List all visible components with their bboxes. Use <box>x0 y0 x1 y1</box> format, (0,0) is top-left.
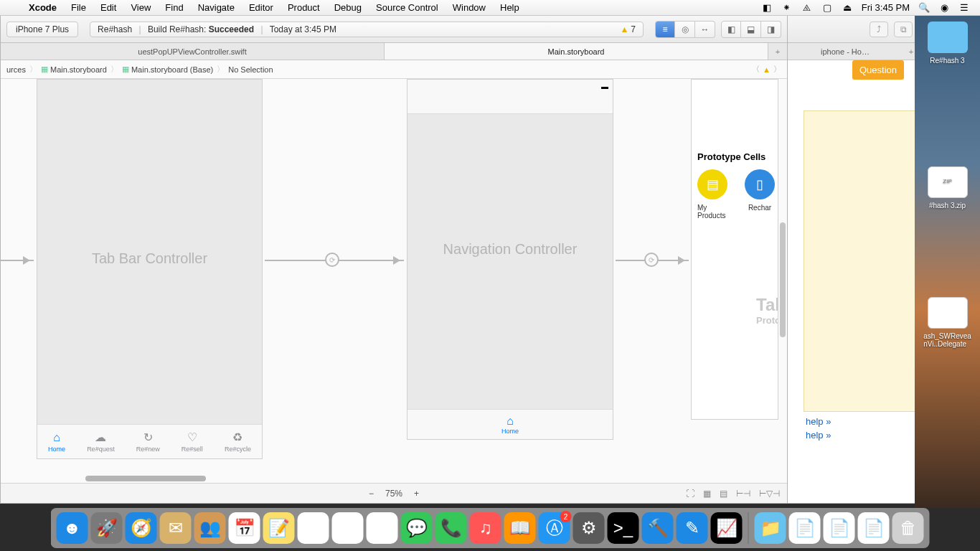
segue-arrow[interactable]: ⟳ <box>265 260 404 261</box>
dock-app[interactable]: 🗺 <box>367 512 398 544</box>
menu-view[interactable]: View <box>123 2 158 13</box>
desktop-item[interactable]: ash_SWRevea nVi..Delegate <box>918 297 978 348</box>
assistant-editor-button[interactable]: ◎ <box>675 21 695 38</box>
horizontal-scrollbar[interactable] <box>85 476 206 481</box>
dock-app[interactable]: 📝 <box>263 512 295 544</box>
dock-app[interactable]: ♫ <box>470 512 501 544</box>
editor-tab[interactable]: Main.storyboard <box>385 43 768 60</box>
forward-icon[interactable]: 〉 <box>773 64 781 75</box>
share-icon[interactable]: ⤴ <box>870 22 888 37</box>
dock-app[interactable]: >_ <box>608 512 639 544</box>
siri-icon[interactable]: ◉ <box>938 2 950 13</box>
scheme-selector[interactable]: iPhone 7 Plus <box>6 22 78 37</box>
dock-item[interactable]: 📄 <box>858 512 890 544</box>
dock-app[interactable]: 📞 <box>435 512 467 544</box>
view-controller-scene[interactable]: Prototype Cells ▤My Products ▯Rechar Tab… <box>691 79 778 420</box>
editor-tab[interactable]: uestPopUPViewController.swift <box>1 43 385 60</box>
safari-window[interactable]: ⤴ ⧉ iphone - Ho… + Question help » help … <box>786 16 919 504</box>
menu-product[interactable]: Product <box>281 2 327 13</box>
right-panel-toggle[interactable]: ◨ <box>761 21 781 38</box>
canvas-tool-icon[interactable]: ▤ <box>720 489 727 499</box>
dock-app[interactable]: 👥 <box>194 512 226 544</box>
menu-find[interactable]: Find <box>158 2 190 13</box>
menu-help[interactable]: Help <box>493 2 527 13</box>
segue-node-icon[interactable]: ⟳ <box>644 253 659 267</box>
menu-source-control[interactable]: Source Control <box>369 2 446 13</box>
dock-app[interactable]: ⚙ <box>573 512 605 544</box>
dock-app[interactable]: Ⓐ <box>539 512 570 544</box>
tab-bar-item[interactable]: ⌂Home <box>48 431 65 453</box>
crumb-item[interactable]: urces <box>6 65 26 74</box>
zoom-level[interactable]: 75% <box>385 489 402 499</box>
dock-app[interactable]: ✓ <box>298 512 329 544</box>
collection-cell[interactable]: ▤My Products <box>697 169 727 220</box>
dock-app[interactable]: ✎ <box>677 512 708 544</box>
add-tab-button[interactable]: + <box>768 43 787 60</box>
menubar-extra-icon[interactable]: ◧ <box>761 2 773 13</box>
tabs-icon[interactable]: ⧉ <box>894 22 913 37</box>
bluetooth-icon[interactable]: ⁕ <box>781 2 793 13</box>
jump-bar[interactable]: urces〉 ▦ Main.storyboard〉 ▦ Main.storybo… <box>1 60 787 79</box>
eject-icon[interactable]: ⏏ <box>842 2 853 13</box>
dock-item[interactable]: 🗑 <box>892 512 924 544</box>
help-link[interactable]: help » <box>806 430 831 441</box>
segue-arrow[interactable] <box>1 260 34 261</box>
dock-app[interactable]: 📅 <box>229 512 260 544</box>
crumb-item[interactable]: No Selection <box>228 65 273 74</box>
warning-icon[interactable]: ▲ <box>763 65 771 74</box>
segue-node-icon[interactable]: ⟳ <box>325 253 339 267</box>
dock-item[interactable]: 📁 <box>755 512 786 544</box>
dock-app[interactable]: ☻ <box>57 512 88 544</box>
canvas-tool-icon[interactable]: ⊢⊣ <box>736 489 750 499</box>
collection-cell[interactable]: ▯Rechar <box>745 169 775 220</box>
bottom-panel-toggle[interactable]: ⬓ <box>741 21 761 38</box>
navigation-controller-scene[interactable]: ▬ Navigation Controller ⌂ Home <box>407 79 613 440</box>
left-panel-toggle[interactable]: ◧ <box>721 21 741 38</box>
app-menu[interactable]: Xcode <box>22 2 64 13</box>
dock-item[interactable]: 📄 <box>824 512 855 544</box>
wifi-icon[interactable]: ⧌ <box>801 2 813 14</box>
menu-window[interactable]: Window <box>446 2 493 13</box>
canvas-tool-icon[interactable]: ⊢▽⊣ <box>759 489 780 499</box>
version-editor-button[interactable]: ↔ <box>695 21 715 38</box>
desktop[interactable]: Re#hash 3 ZIP #hash 3.zip ash_SWRevea nV… <box>915 16 980 508</box>
spotlight-icon[interactable]: 🔍 <box>918 2 930 13</box>
dock-item[interactable]: 📄 <box>789 512 821 544</box>
tab-bar-item[interactable]: ♻Re#cycle <box>225 430 251 453</box>
airplay-icon[interactable]: ▢ <box>821 2 833 13</box>
dock-app[interactable]: 💬 <box>401 512 433 544</box>
tab-bar-item[interactable]: ☁Re#quest <box>87 430 115 453</box>
menu-file[interactable]: File <box>64 2 93 13</box>
dock-app[interactable]: 📖 <box>504 512 536 544</box>
menu-editor[interactable]: Editor <box>242 2 281 13</box>
standard-editor-button[interactable]: ≡ <box>655 21 675 38</box>
dock-app[interactable]: 🚀 <box>91 512 123 544</box>
storyboard-canvas[interactable]: Tab Bar Controller ⌂Home ☁Re#quest ↻Re#n… <box>1 79 787 483</box>
tab-bar-item[interactable]: ♡Re#sell <box>182 430 203 453</box>
tab-bar-controller-scene[interactable]: Tab Bar Controller ⌂Home ☁Re#quest ↻Re#n… <box>37 79 263 459</box>
desktop-item[interactable]: Re#hash 3 <box>918 22 978 65</box>
notifications-icon[interactable]: ☰ <box>958 2 970 13</box>
warnings-indicator[interactable]: ▲7 <box>620 24 636 34</box>
canvas-tool-icon[interactable]: ⛶ <box>686 489 694 499</box>
menu-navigate[interactable]: Navigate <box>191 2 242 13</box>
crumb-item[interactable]: Main.storyboard (Base) <box>131 65 213 74</box>
dock-app[interactable]: 🔨 <box>642 512 674 544</box>
safari-tab[interactable]: iphone - Ho… <box>786 43 904 60</box>
zoom-in-button[interactable]: + <box>414 489 419 499</box>
dock-app[interactable]: ✉ <box>160 512 192 544</box>
zoom-out-button[interactable]: − <box>369 489 374 499</box>
segue-arrow[interactable]: ⟳ <box>616 260 689 261</box>
dock-app[interactable]: 🧭 <box>126 512 157 544</box>
tab-bar-item[interactable]: ↻Re#new <box>136 430 160 453</box>
crumb-item[interactable]: Main.storyboard <box>50 65 107 74</box>
menu-edit[interactable]: Edit <box>93 2 123 13</box>
desktop-item[interactable]: ZIP #hash 3.zip <box>918 166 978 209</box>
xcode-window[interactable]: iPhone 7 Plus Re#hash | Build Re#hash: S… <box>0 16 788 504</box>
vertical-scrollbar[interactable] <box>780 222 786 337</box>
dock-app[interactable]: 🖼 <box>332 512 364 544</box>
back-icon[interactable]: 〈 <box>752 64 760 75</box>
ask-question-button[interactable]: Question <box>852 60 904 80</box>
clock[interactable]: Fri 3:45 PM <box>862 2 910 13</box>
canvas-tool-icon[interactable]: ▦ <box>703 489 711 499</box>
